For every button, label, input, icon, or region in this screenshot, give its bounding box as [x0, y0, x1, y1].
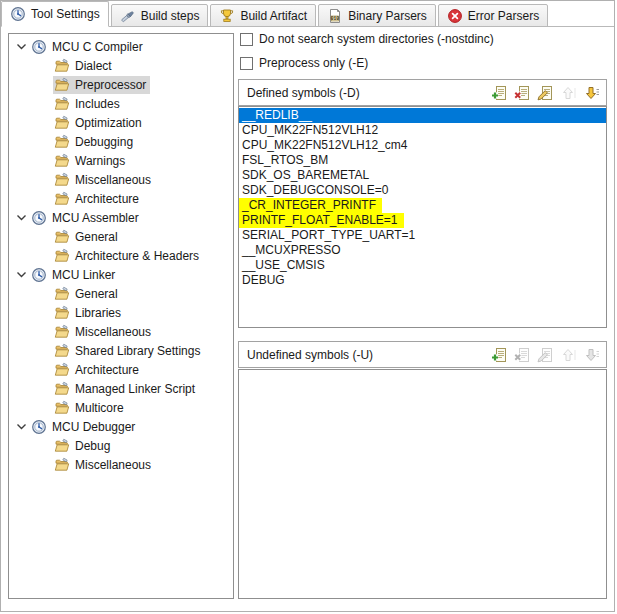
tree-item-mcu-linker-managed-linker-script[interactable]: Managed Linker Script: [9, 379, 233, 398]
symbol-row[interactable]: FSL_RTOS_BM: [239, 153, 606, 168]
category-folder-icon: [54, 191, 70, 207]
defined-symbols-list[interactable]: __REDLIB__CPU_MK22FN512VLH12CPU_MK22FN51…: [238, 106, 607, 328]
category-folder-icon: [54, 400, 70, 416]
tab-error-parsers[interactable]: Error Parsers: [438, 4, 548, 27]
arrow-down-icon: [583, 85, 600, 101]
tab-binary-parsers[interactable]: 010 Binary Parsers: [318, 4, 436, 27]
tree-item-mcu-linker[interactable]: MCU Linker: [9, 265, 233, 284]
symbol-row[interactable]: SDK_DEBUGCONSOLE=0: [239, 183, 606, 198]
symbol-row[interactable]: CPU_MK22FN512VLH12_cm4: [239, 138, 606, 153]
category-folder-icon: [54, 305, 70, 321]
tree-item-label: Preprocessor: [75, 78, 146, 92]
tree-item-label: Architecture: [75, 363, 139, 377]
category-folder-icon: [54, 58, 70, 74]
category-folder-icon: [54, 96, 70, 112]
tree-item-label: General: [75, 230, 118, 244]
tree-item-label: Libraries: [75, 306, 121, 320]
tree-item-label: Architecture: [75, 192, 139, 206]
undefined-symbols-list[interactable]: [238, 369, 607, 599]
checkbox-label: Preprocess only (-E): [259, 56, 368, 70]
symbol-row[interactable]: PRINTF_FLOAT_ENABLE=1: [239, 213, 606, 228]
tree-item-mcu-linker-architecture[interactable]: Architecture: [9, 360, 233, 379]
add-symbol-icon: [491, 347, 508, 363]
delete-symbol-icon: [514, 347, 531, 363]
tree-item-label: Debug: [75, 439, 110, 453]
tree-item-mcu-c-compiler[interactable]: MCU C Compiler: [9, 37, 233, 56]
tree-item-label: Miscellaneous: [75, 325, 151, 339]
tab-build-artifact[interactable]: Build Artifact: [210, 4, 316, 27]
tab-label: Build steps: [141, 9, 200, 23]
gauge-icon: [10, 6, 26, 22]
edit-symbol-button[interactable]: [537, 85, 554, 101]
tool-gauge-icon: [31, 39, 47, 55]
chevron-down-icon[interactable]: [14, 267, 30, 283]
tree-item-mcu-c-compiler-optimization[interactable]: Optimization: [9, 113, 233, 132]
symbol-row[interactable]: __REDLIB__: [239, 108, 606, 123]
tab-label: Binary Parsers: [348, 9, 427, 23]
tree-item-mcu-c-compiler-debugging[interactable]: Debugging: [9, 132, 233, 151]
tree-item-mcu-assembler[interactable]: MCU Assembler: [9, 208, 233, 227]
symbol-row[interactable]: __MCUXPRESSO: [239, 243, 606, 258]
tree-item-mcu-c-compiler-warnings[interactable]: Warnings: [9, 151, 233, 170]
tree-item-mcu-c-compiler-preprocessor[interactable]: Preprocessor: [9, 75, 233, 94]
tree-item-mcu-c-compiler-includes[interactable]: Includes: [9, 94, 233, 113]
tab-label: Tool Settings: [31, 7, 100, 21]
tree-item-label: Multicore: [75, 401, 124, 415]
category-folder-icon: [54, 381, 70, 397]
category-folder-icon: [54, 343, 70, 359]
tab-build-steps[interactable]: Build steps: [111, 4, 209, 27]
tree-item-mcu-linker-shared-library-settings[interactable]: Shared Library Settings: [9, 341, 233, 360]
add-symbol-button[interactable]: [491, 85, 508, 101]
checkbox-box[interactable]: [240, 33, 253, 46]
trophy-icon: [219, 8, 235, 24]
symbol-row[interactable]: DEBUG: [239, 273, 606, 288]
category-folder-icon: [54, 438, 70, 454]
chevron-down-icon[interactable]: [14, 210, 30, 226]
chevron-down-icon[interactable]: [14, 419, 30, 435]
category-folder-icon: [54, 286, 70, 302]
checkbox-box[interactable]: [240, 57, 253, 70]
tree-item-mcu-debugger[interactable]: MCU Debugger: [9, 417, 233, 436]
chevron-down-icon[interactable]: [14, 39, 30, 55]
tool-settings-window: Tool Settings Build steps Build Artifact…: [0, 0, 615, 612]
tree-item-mcu-linker-multicore[interactable]: Multicore: [9, 398, 233, 417]
symbol-row[interactable]: __USE_CMSIS: [239, 258, 606, 273]
category-folder-icon: [54, 115, 70, 131]
add-symbol-button[interactable]: [491, 347, 508, 363]
tree-item-mcu-linker-general[interactable]: General: [9, 284, 233, 303]
category-folder-icon: [54, 77, 70, 93]
tree-item-mcu-assembler-general[interactable]: General: [9, 227, 233, 246]
delete-symbol-button[interactable]: [514, 85, 531, 101]
tree-item-mcu-assembler-architecture-headers[interactable]: Architecture & Headers: [9, 246, 233, 265]
move-up-symbol-button: [560, 347, 577, 363]
tree-item-label: MCU Debugger: [52, 420, 135, 434]
defined-symbols-header: Defined symbols (-D): [238, 79, 607, 106]
tree-item-label: Optimization: [75, 116, 142, 130]
undefined-symbols-header: Undefined symbols (-U): [238, 341, 607, 368]
tab-label: Error Parsers: [468, 9, 539, 23]
tree-item-label: MCU Linker: [52, 268, 115, 282]
tree-item-mcu-c-compiler-dialect[interactable]: Dialect: [9, 56, 233, 75]
tree-item-mcu-c-compiler-miscellaneous[interactable]: Miscellaneous: [9, 170, 233, 189]
tree-item-mcu-c-compiler-architecture[interactable]: Architecture: [9, 189, 233, 208]
tree-item-mcu-debugger-debug[interactable]: Debug: [9, 436, 233, 455]
checkbox-nostdinc[interactable]: Do not search system directories (-nostd…: [240, 31, 494, 47]
symbol-row[interactable]: SDK_OS_BAREMETAL: [239, 168, 606, 183]
tree-item-label: Miscellaneous: [75, 458, 151, 472]
move-down-symbol-button[interactable]: [583, 85, 600, 101]
tab-tool-settings[interactable]: Tool Settings: [1, 1, 109, 27]
edit-symbol-button: [537, 347, 554, 363]
checkbox-preprocess-only[interactable]: Preprocess only (-E): [240, 55, 368, 71]
move-up-symbol-button: [560, 85, 577, 101]
tree-item-mcu-linker-miscellaneous[interactable]: Miscellaneous: [9, 322, 233, 341]
symbol-row[interactable]: _CR_INTEGER_PRINTF: [239, 198, 606, 213]
symbol-text-highlighted: PRINTF_FLOAT_ENABLE=1: [239, 213, 404, 228]
symbol-row[interactable]: CPU_MK22FN512VLH12: [239, 123, 606, 138]
category-folder-icon: [54, 172, 70, 188]
tree-item-mcu-debugger-miscellaneous[interactable]: Miscellaneous: [9, 455, 233, 474]
arrow-up-icon: [560, 347, 577, 363]
settings-tree[interactable]: MCU C CompilerDialectPreprocessorInclude…: [8, 33, 234, 599]
tree-item-label: Debugging: [75, 135, 133, 149]
tree-item-mcu-linker-libraries[interactable]: Libraries: [9, 303, 233, 322]
symbol-row[interactable]: SERIAL_PORT_TYPE_UART=1: [239, 228, 606, 243]
